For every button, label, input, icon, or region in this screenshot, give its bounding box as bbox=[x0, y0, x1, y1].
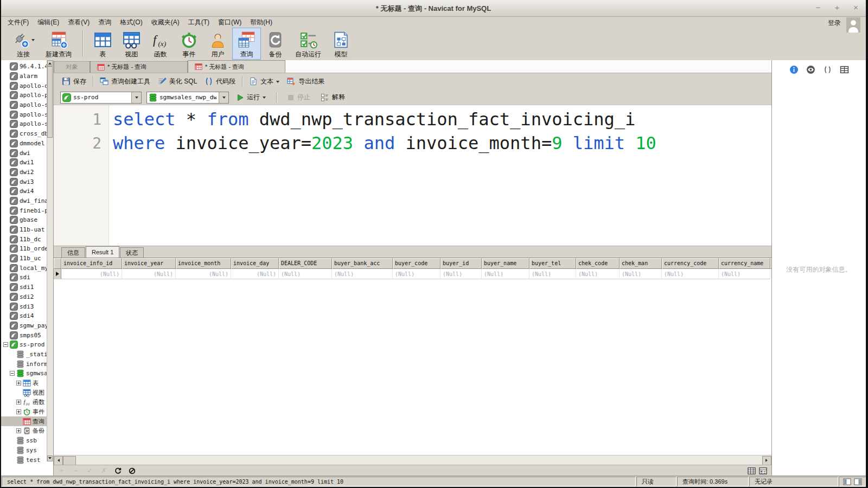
sidebar-item[interactable]: 11b-uat bbox=[1, 225, 53, 235]
expand-plus-icon[interactable] bbox=[16, 409, 21, 414]
menu-item-2[interactable]: 查看(V) bbox=[63, 17, 94, 28]
result-tab-1[interactable]: Result 1 bbox=[86, 246, 119, 258]
function-toolbar-button[interactable]: f(x)函数 bbox=[146, 28, 175, 60]
sidebar-item[interactable]: alarm bbox=[1, 72, 53, 81]
column-header[interactable]: invoice_year bbox=[122, 258, 176, 269]
sidebar-item[interactable]: 备份 bbox=[1, 426, 53, 436]
collapse-minus-icon[interactable] bbox=[3, 342, 8, 347]
result-tab-0[interactable]: 信息 bbox=[61, 247, 85, 258]
sidebar-item[interactable]: f(x)函数 bbox=[1, 397, 53, 407]
table-row[interactable]: (Null)(Null)(Null)(Null)(Null)(Null)(Nul… bbox=[54, 269, 771, 279]
expand-plus-icon[interactable] bbox=[16, 428, 21, 433]
scroll-right-button[interactable] bbox=[762, 456, 771, 465]
close-button[interactable]: × bbox=[853, 3, 858, 12]
sidebar-item[interactable]: _stati bbox=[1, 350, 53, 359]
sidebar-item[interactable]: cross_db bbox=[1, 129, 53, 139]
cell[interactable]: (Null) bbox=[231, 269, 279, 279]
cell[interactable]: (Null) bbox=[176, 269, 231, 279]
sidebar-item[interactable]: dwi bbox=[1, 148, 53, 158]
sidebar-item[interactable]: 查询 bbox=[1, 416, 53, 426]
expand-plus-icon[interactable] bbox=[16, 400, 21, 404]
sidebar-item[interactable]: sys bbox=[1, 446, 53, 455]
new-query-toolbar-button[interactable]: 新建查询 bbox=[40, 28, 77, 60]
connection-dropdown-button[interactable] bbox=[131, 92, 141, 103]
menu-item-1[interactable]: 编辑(E) bbox=[33, 17, 63, 28]
menu-item-4[interactable]: 格式(O) bbox=[116, 17, 146, 28]
sidebar-item[interactable]: dwi4 bbox=[1, 187, 53, 196]
expand-plus-icon[interactable] bbox=[16, 381, 21, 386]
menu-item-8[interactable]: 帮助(H) bbox=[246, 17, 277, 28]
run-button[interactable]: 运行 bbox=[234, 93, 269, 102]
row-selector-cell[interactable] bbox=[54, 269, 61, 279]
code-snippet-button[interactable]: 代码段 bbox=[201, 75, 239, 88]
sidebar-item[interactable]: 11b_uc bbox=[1, 254, 53, 264]
beautify-sql-button[interactable]: 美化 SQL bbox=[154, 75, 201, 88]
toggle-right-panel-icon[interactable] bbox=[854, 478, 862, 486]
discard-changes-button[interactable]: ✗ bbox=[100, 466, 107, 476]
sidebar-item[interactable]: gbase bbox=[1, 215, 53, 225]
sidebar-item[interactable]: local_my bbox=[1, 263, 53, 273]
apply-changes-button[interactable]: ✓ bbox=[86, 466, 93, 476]
column-header[interactable]: chek_man bbox=[620, 258, 662, 269]
cell[interactable]: (Null) bbox=[332, 269, 393, 279]
sidebar-item[interactable]: sdi bbox=[1, 273, 53, 282]
sidebar-scrollbar[interactable] bbox=[47, 60, 53, 461]
sidebar-item[interactable]: 视图 bbox=[1, 388, 53, 397]
grid-view-icon[interactable] bbox=[748, 467, 756, 475]
column-header[interactable]: currency_name bbox=[719, 258, 770, 269]
cell[interactable]: (Null) bbox=[441, 269, 482, 279]
menu-item-0[interactable]: 文件(F) bbox=[3, 17, 33, 28]
column-header[interactable]: buyer_id bbox=[441, 258, 482, 269]
column-header[interactable]: buyer_tel bbox=[529, 258, 576, 269]
cell[interactable]: (Null) bbox=[279, 269, 332, 279]
minimize-button[interactable]: − bbox=[816, 3, 821, 12]
form-view-icon[interactable] bbox=[759, 467, 767, 475]
info-icon[interactable] bbox=[789, 65, 799, 74]
connection-select[interactable]: ss-prod bbox=[60, 92, 142, 104]
tab-query-2[interactable]: * 无标题 - 查询 bbox=[188, 60, 285, 73]
sidebar-item[interactable]: apollo-p bbox=[1, 91, 53, 100]
user-toolbar-button[interactable]: 用户 bbox=[203, 28, 232, 60]
maximize-button[interactable]: + bbox=[834, 3, 839, 12]
sidebar-item[interactable]: sdi3 bbox=[1, 301, 53, 311]
sidebar-item[interactable]: ss-prod bbox=[1, 340, 53, 350]
sidebar-item[interactable]: 事件 bbox=[1, 407, 53, 417]
model-toolbar-button[interactable]: 模型 bbox=[327, 28, 355, 60]
query-builder-button[interactable]: 查询创建工具 bbox=[96, 75, 154, 88]
sidebar-item[interactable]: apollo-s bbox=[1, 100, 53, 110]
tab-objects[interactable]: 对象 bbox=[54, 61, 90, 73]
sidebar-item[interactable]: dwi1 bbox=[1, 158, 53, 168]
cell[interactable]: (Null) bbox=[662, 269, 719, 279]
event-toolbar-button[interactable]: 事件 bbox=[175, 28, 203, 60]
sidebar-item[interactable]: dmmodel bbox=[1, 139, 53, 149]
query-toolbar-button[interactable]: 查询 bbox=[232, 28, 261, 60]
scroll-left-button[interactable] bbox=[54, 456, 63, 465]
sidebar-item[interactable]: apollo-s bbox=[1, 119, 53, 129]
code-area[interactable]: select * from dwd_nwp_transaction_fact_i… bbox=[109, 105, 771, 246]
result-horizontal-scrollbar[interactable] bbox=[54, 455, 771, 465]
database-dropdown-button[interactable] bbox=[219, 92, 228, 103]
column-header[interactable]: buyer_name bbox=[482, 258, 529, 269]
collapse-minus-icon[interactable] bbox=[10, 371, 15, 376]
sidebar-item[interactable]: sgmwsa bbox=[1, 369, 53, 378]
sidebar-item[interactable]: smps05 bbox=[1, 330, 53, 340]
cell[interactable]: (Null) bbox=[576, 269, 620, 279]
toggle-left-panel-icon[interactable] bbox=[843, 478, 851, 486]
scrollbar-thumb[interactable] bbox=[63, 456, 76, 465]
brackets-icon[interactable] bbox=[823, 65, 832, 74]
scroll-down-button[interactable] bbox=[47, 455, 53, 461]
user-avatar[interactable] bbox=[846, 17, 860, 33]
sidebar-item[interactable]: apollo-s bbox=[1, 110, 53, 119]
cell[interactable]: (Null) bbox=[61, 269, 122, 279]
add-record-button[interactable]: + bbox=[58, 466, 65, 476]
connection-toolbar-button[interactable]: 连接 bbox=[7, 28, 40, 60]
export-result-button[interactable]: 导出结果 bbox=[283, 75, 328, 88]
cell[interactable]: (Null) bbox=[122, 269, 176, 279]
sidebar-item[interactable]: sdi4 bbox=[1, 311, 53, 321]
cell[interactable]: (Null) bbox=[529, 269, 576, 279]
sidebar-item[interactable]: finebi-p bbox=[1, 206, 53, 215]
column-header[interactable]: chek_code bbox=[576, 258, 620, 269]
result-tab-2[interactable]: 状态 bbox=[120, 247, 144, 258]
sidebar-item[interactable]: sgmw_pay bbox=[1, 321, 53, 331]
column-header[interactable]: buyer_code bbox=[393, 258, 441, 269]
